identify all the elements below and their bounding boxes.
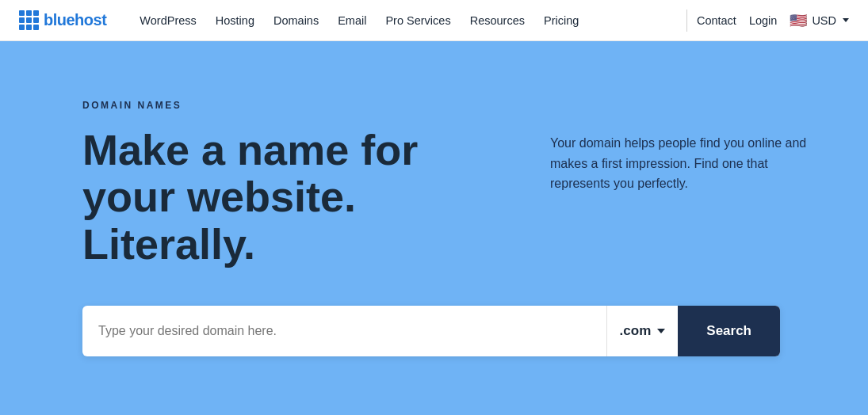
nav-right: Contact Login 🇺🇸 USD [697,12,849,29]
currency-label: USD [812,14,836,27]
tld-label: .com [620,323,652,339]
tld-chevron-icon [657,329,665,333]
hero-section-label: DOMAIN NAMES [82,100,786,111]
hero-right: Your domain helps people find you online… [550,127,820,194]
hero-title: Make a name for your website. Literally. [82,127,503,268]
nav-item-resources[interactable]: Resources [462,10,533,32]
nav-links: WordPress Hosting Domains Email Pro Serv… [132,10,677,32]
nav-divider [686,10,687,32]
tld-selector[interactable]: .com [606,306,679,356]
navbar: bluehost WordPress Hosting Domains Email… [0,0,868,41]
hero-left: Make a name for your website. Literally. [82,127,503,268]
login-link[interactable]: Login [749,14,777,27]
nav-item-wordpress[interactable]: WordPress [132,10,204,32]
nav-item-pro-services[interactable]: Pro Services [377,10,458,32]
nav-item-pricing[interactable]: Pricing [536,10,587,32]
nav-item-email[interactable]: Email [330,10,374,32]
logo-text: bluehost [44,11,106,29]
hero-section: DOMAIN NAMES Make a name for your websit… [0,41,868,415]
hero-content: Make a name for your website. Literally.… [82,127,786,268]
flag-icon: 🇺🇸 [790,12,807,29]
search-button[interactable]: Search [678,306,780,356]
domain-search-input[interactable] [98,324,591,338]
search-input-wrapper [82,306,606,356]
currency-chevron-icon [843,18,849,22]
hero-description: Your domain helps people find you online… [550,133,820,194]
logo[interactable]: bluehost [19,10,106,30]
domain-search-bar: .com Search [82,306,780,356]
currency-selector[interactable]: 🇺🇸 USD [790,12,849,29]
nav-item-hosting[interactable]: Hosting [208,10,262,32]
logo-grid-icon [19,10,39,30]
contact-link[interactable]: Contact [697,14,736,27]
nav-item-domains[interactable]: Domains [266,10,327,32]
